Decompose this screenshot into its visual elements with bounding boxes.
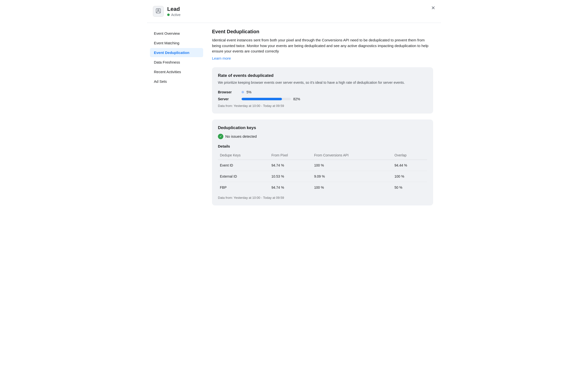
rate-data-from: Data from: Yesterday at 10:00 - Today at… — [218, 104, 427, 108]
cell-overlap: 94.44 % — [392, 160, 427, 171]
svg-point-1 — [158, 9, 159, 11]
cell-key: External ID — [218, 171, 269, 182]
table-row: Event ID94.74 %100 %94.44 % — [218, 160, 427, 171]
sidebar-item-ad-sets[interactable]: Ad Sets — [150, 77, 203, 86]
cell-key: FBP — [218, 182, 269, 193]
cell-from_pixel: 10.53 % — [269, 171, 312, 182]
server-rate-row: Server 82% — [218, 97, 427, 101]
rate-card-title: Rate of events deduplicated — [218, 73, 427, 78]
avatar — [153, 6, 164, 17]
cell-overlap: 50 % — [392, 182, 427, 193]
page-title: Lead — [167, 6, 180, 12]
section-title: Event Deduplication — [212, 29, 433, 34]
sidebar: Event Overview Event Matching Event Dedu… — [147, 29, 206, 205]
no-issues-row: ✓ No issues detected — [218, 134, 427, 139]
dedup-table: Dedupe Keys From Pixel From Conversions … — [218, 151, 427, 193]
cell-from_pixel: 94.74 % — [269, 182, 312, 193]
sidebar-item-event-overview[interactable]: Event Overview — [150, 29, 203, 38]
status-dot — [167, 14, 170, 16]
cell-key: Event ID — [218, 160, 269, 171]
server-label: Server — [218, 97, 238, 101]
dedup-keys-card: Deduplication keys ✓ No issues detected … — [212, 119, 433, 205]
cell-from_api: 100 % — [312, 182, 392, 193]
close-button[interactable]: ✕ — [429, 4, 437, 12]
check-icon: ✓ — [218, 134, 223, 139]
server-bar-wrap: 82% — [242, 97, 427, 101]
header-text: Lead Active — [167, 6, 180, 17]
browser-label: Browser — [218, 90, 238, 94]
cell-from_api: 100 % — [312, 160, 392, 171]
main-content: Event Deduplication Identical event inst… — [206, 29, 441, 205]
col-header-from-pixel: From Pixel — [269, 151, 312, 160]
no-issues-text: No issues detected — [225, 134, 257, 138]
cell-overlap: 100 % — [392, 171, 427, 182]
browser-dot — [242, 91, 244, 93]
rate-card-desc: We prioritize keeping browser events ove… — [218, 80, 427, 85]
sidebar-item-event-matching[interactable]: Event Matching — [150, 38, 203, 48]
table-row: External ID10.53 %9.09 %100 % — [218, 171, 427, 182]
sidebar-item-event-deduplication[interactable]: Event Deduplication — [150, 48, 203, 57]
cell-from_api: 9.09 % — [312, 171, 392, 182]
sidebar-item-recent-activities[interactable]: Recent Activities — [150, 67, 203, 76]
col-header-overlap: Overlap — [392, 151, 427, 160]
browser-bar-wrap: 5% — [242, 90, 427, 94]
status-label: Active — [171, 13, 180, 17]
sidebar-item-data-freshness[interactable]: Data Freshness — [150, 58, 203, 67]
col-header-dedupe-keys: Dedupe Keys — [218, 151, 269, 160]
browser-rate-row: Browser 5% — [218, 90, 427, 94]
table-row: FBP94.74 %100 %50 % — [218, 182, 427, 193]
dedup-keys-title: Deduplication keys — [218, 125, 427, 130]
server-pct: 82% — [293, 97, 303, 101]
modal-header: Lead Active — [147, 6, 441, 23]
browser-pct: 5% — [246, 90, 256, 94]
learn-more-link[interactable]: Learn more — [212, 56, 231, 60]
person-icon — [155, 8, 161, 15]
cell-from_pixel: 94.74 % — [269, 160, 312, 171]
server-bar-outer — [242, 98, 291, 100]
server-bar-inner — [242, 98, 282, 100]
col-header-from-api: From Conversions API — [312, 151, 392, 160]
dedup-data-from: Data from: Yesterday at 10:00 - Today at… — [218, 196, 427, 200]
details-label: Details — [218, 144, 427, 148]
rate-card: Rate of events deduplicated We prioritiz… — [212, 67, 433, 114]
section-description: Identical event instances sent from both… — [212, 37, 433, 54]
